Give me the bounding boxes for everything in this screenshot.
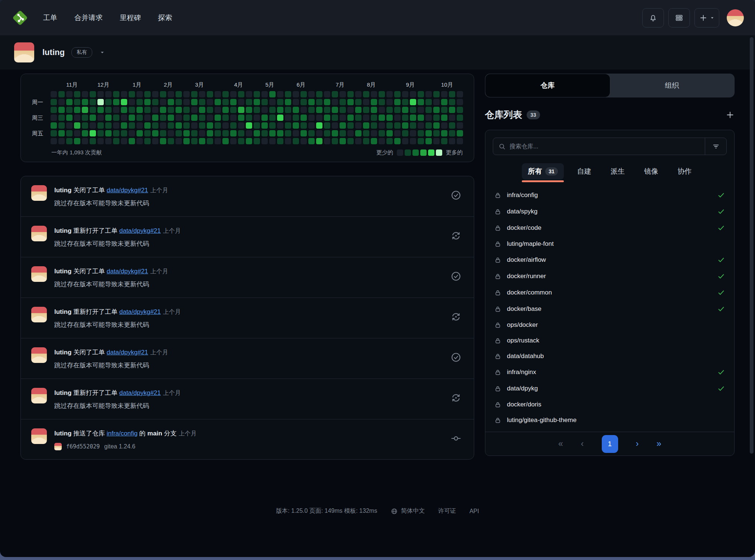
feed-issue-link[interactable]: data/dpykg#21 xyxy=(107,349,148,356)
repo-name[interactable]: docker/doris xyxy=(507,401,542,408)
heatmap-cell xyxy=(285,122,291,129)
heatmap-cell xyxy=(129,91,135,97)
user-avatar[interactable] xyxy=(727,9,744,26)
repo-name[interactable]: ops/rustack xyxy=(507,337,539,344)
feed-username[interactable]: luting xyxy=(54,308,71,315)
gitea-logo-icon[interactable] xyxy=(11,9,29,27)
repo-list-item[interactable]: docker/runner xyxy=(485,268,734,284)
feed-avatar[interactable] xyxy=(31,185,47,201)
admin-panel-button[interactable] xyxy=(668,8,690,28)
repo-list-item[interactable]: data/dpykg xyxy=(485,380,734,397)
nav-item-issues[interactable]: 工单 xyxy=(43,13,57,23)
repo-list-item[interactable]: docker/airflow xyxy=(485,252,734,268)
feed-branch-name: main xyxy=(147,430,162,437)
license-link[interactable]: 许可证 xyxy=(438,507,456,515)
nav-item-pull-requests[interactable]: 合并请求 xyxy=(74,13,103,23)
filter-tab-mirrors[interactable]: 镜像 xyxy=(638,163,664,180)
repo-name[interactable]: data/dpykg xyxy=(507,385,538,392)
filter-tab-collaborative[interactable]: 协作 xyxy=(672,163,698,180)
feed-avatar[interactable] xyxy=(31,388,47,403)
feed-username[interactable]: luting xyxy=(54,227,71,234)
heatmap-cell xyxy=(238,99,244,105)
scrollbar[interactable] xyxy=(750,37,754,454)
heatmap-cell xyxy=(97,115,104,121)
language-selector[interactable]: 简体中文 xyxy=(391,507,425,515)
repo-name[interactable]: luting/gitea-github-theme xyxy=(507,416,576,424)
repo-name[interactable]: docker/base xyxy=(507,305,542,313)
issue-reopened-icon xyxy=(450,392,462,403)
page-1[interactable]: 1 xyxy=(602,435,618,453)
heatmap-cell xyxy=(222,99,229,105)
feed-repo-link[interactable]: infra/config xyxy=(107,430,138,437)
filter-tab-forks[interactable]: 派生 xyxy=(605,163,631,180)
repo-name[interactable]: data/datahub xyxy=(507,353,544,360)
repo-list-item[interactable]: ops/docker xyxy=(485,317,734,333)
repo-name[interactable]: docker/code xyxy=(507,224,542,232)
notifications-button[interactable] xyxy=(642,8,664,28)
repo-name[interactable]: infra/config xyxy=(507,192,538,199)
profile-dropdown-caret[interactable] xyxy=(100,50,105,55)
lock-icon xyxy=(494,337,501,344)
commit-hash[interactable]: f69d552029 xyxy=(66,443,100,450)
filter-tab-all[interactable]: 所有31 xyxy=(522,163,564,180)
repo-name[interactable]: luting/maple-font xyxy=(507,240,554,248)
repo-name[interactable]: docker/common xyxy=(507,289,552,296)
feed-username[interactable]: luting xyxy=(54,389,71,396)
repo-list-item[interactable]: infra/config xyxy=(485,187,734,203)
feed-avatar[interactable] xyxy=(31,347,47,363)
repo-list-item[interactable]: data/datahub xyxy=(485,348,734,364)
feed-username[interactable]: luting xyxy=(54,187,71,194)
heatmap-week xyxy=(293,91,299,144)
feed-avatar[interactable] xyxy=(31,307,47,322)
heatmap-cell xyxy=(246,107,252,113)
feed-username[interactable]: luting xyxy=(54,430,71,437)
next-page[interactable]: › xyxy=(636,440,639,448)
repo-list-item[interactable]: docker/code xyxy=(485,220,734,236)
feed-avatar[interactable] xyxy=(31,266,47,282)
repo-list-item[interactable]: luting/gitea-github-theme xyxy=(485,412,734,428)
repo-list-item[interactable]: docker/base xyxy=(485,301,734,317)
heatmap-cell xyxy=(207,138,213,144)
feed-username[interactable]: luting xyxy=(54,268,71,275)
feed-avatar[interactable] xyxy=(31,226,47,241)
tab-repositories[interactable]: 仓库 xyxy=(485,74,610,97)
heatmap-cell xyxy=(433,115,440,121)
feed-issue-link[interactable]: data/dpykg#21 xyxy=(119,227,161,234)
nav-item-explore[interactable]: 探索 xyxy=(158,13,172,23)
tab-organizations[interactable]: 组织 xyxy=(610,74,735,97)
heatmap-cell xyxy=(51,99,57,105)
last-page[interactable]: » xyxy=(656,440,661,448)
repo-list-item[interactable]: data/spykg xyxy=(485,203,734,220)
heatmap-week xyxy=(324,91,330,144)
repo-list-item[interactable]: luting/maple-font xyxy=(485,236,734,252)
repo-list-item[interactable]: docker/common xyxy=(485,284,734,301)
repo-name[interactable]: data/spykg xyxy=(507,208,537,215)
heatmap-cell xyxy=(261,91,268,97)
repo-name[interactable]: docker/runner xyxy=(507,273,546,280)
profile-avatar[interactable] xyxy=(14,42,34,62)
feed-issue-link[interactable]: data/dpykg#21 xyxy=(119,308,161,315)
repo-list-item[interactable]: docker/doris xyxy=(485,397,734,412)
repo-name[interactable]: ops/docker xyxy=(507,321,538,329)
feed-issue-link[interactable]: data/dpykg#21 xyxy=(119,389,161,396)
heatmap-cell xyxy=(386,138,393,144)
feed-username[interactable]: luting xyxy=(54,349,71,356)
feed-issue-link[interactable]: data/dpykg#21 xyxy=(107,268,148,275)
repo-filter-button[interactable] xyxy=(705,138,726,155)
heatmap-week xyxy=(363,91,369,144)
heatmap-cell xyxy=(363,122,369,129)
repo-list-item[interactable]: ops/rustack xyxy=(485,333,734,348)
heatmap-month-label: 6月 xyxy=(297,81,305,88)
repo-search-input[interactable] xyxy=(510,143,700,150)
nav-item-milestones[interactable]: 里程碑 xyxy=(120,13,141,23)
filter-tab-sources[interactable]: 自建 xyxy=(571,163,597,180)
api-link[interactable]: API xyxy=(469,508,479,515)
create-new-button[interactable] xyxy=(694,8,719,28)
feed-avatar[interactable] xyxy=(31,428,47,444)
heatmap-cell xyxy=(191,122,197,129)
add-repo-button[interactable] xyxy=(726,110,735,119)
repo-list-item[interactable]: infra/nginx xyxy=(485,364,734,380)
repo-name[interactable]: docker/airflow xyxy=(507,256,546,264)
repo-name[interactable]: infra/nginx xyxy=(507,368,536,376)
feed-issue-link[interactable]: data/dpykg#21 xyxy=(107,187,148,194)
